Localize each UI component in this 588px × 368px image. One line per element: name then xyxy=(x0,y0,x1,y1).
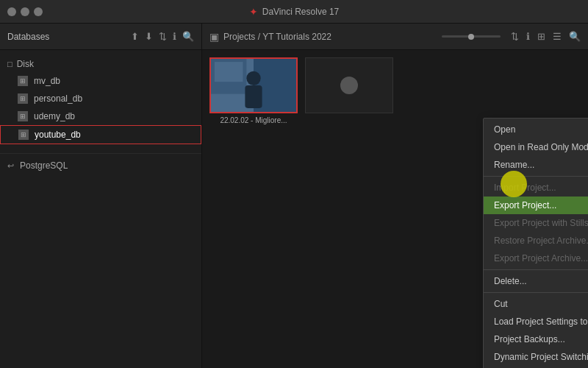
sidebar-icon-search[interactable]: 🔍 xyxy=(182,31,194,42)
ctx-cut[interactable]: Cut xyxy=(484,295,588,313)
ctx-export-archive[interactable]: Export Project Archive... xyxy=(484,250,588,267)
ctx-dynamic-switching[interactable]: Dynamic Project Switching xyxy=(484,348,588,366)
search-icon[interactable]: 🔍 xyxy=(569,31,581,42)
empty-circle xyxy=(340,77,358,94)
svg-rect-2 xyxy=(215,62,243,82)
sidebar-icon-download[interactable]: ⬇ xyxy=(145,31,153,42)
postgres-arrow-icon: ↩ xyxy=(7,161,14,171)
ctx-delete[interactable]: Delete... xyxy=(484,272,588,290)
main-layout: Databases ⬆ ⬇ ⇅ ℹ 🔍 □ Disk ⊞ mv_db ⊞ per… xyxy=(0,24,588,368)
zoom-slider[interactable] xyxy=(442,35,501,38)
project-card-1[interactable]: 22.02.02 - Migliore... xyxy=(209,57,298,124)
sidebar-header-icons: ⬆ ⬇ ⇅ ℹ 🔍 xyxy=(131,31,194,42)
zoom-slider-thumb xyxy=(468,34,474,40)
db-name-youtube-db: youtube_db xyxy=(35,130,81,140)
svg-point-4 xyxy=(246,71,260,85)
sidebar-icon-info[interactable]: ℹ xyxy=(173,31,176,42)
ctx-export-stills[interactable]: Export Project with Stills and LUTs... xyxy=(484,214,588,232)
db-icon-mv-db: ⊞ xyxy=(18,76,28,86)
sidebar: Databases ⬆ ⬇ ⇅ ℹ 🔍 □ Disk ⊞ mv_db ⊞ per… xyxy=(0,24,202,368)
list-icon[interactable]: ☰ xyxy=(553,31,562,42)
db-icon-personal-db: ⊞ xyxy=(18,93,28,104)
project-thumbnail-1 xyxy=(209,57,298,113)
content-header-icons: ⇅ ℹ ⊞ ☰ 🔍 xyxy=(439,31,581,42)
disk-label: Disk xyxy=(17,59,34,69)
close-btn[interactable] xyxy=(7,7,16,16)
ctx-export-project[interactable]: Export Project... xyxy=(484,197,588,214)
ctx-import-project[interactable]: Import Project... xyxy=(484,179,588,197)
sidebar-icon-sort[interactable]: ⇅ xyxy=(159,31,167,42)
app-title-text: DaVinci Resolve 17 xyxy=(262,7,340,17)
grid-icon[interactable]: ⊞ xyxy=(537,31,545,42)
disk-icon: □ xyxy=(7,60,12,68)
title-bar: ✦ DaVinci Resolve 17 xyxy=(0,0,588,24)
ctx-separator-1 xyxy=(484,176,588,177)
empty-card-inner xyxy=(306,58,392,113)
content-header: ▣ Projects / YT Tutorials 2022 ⇅ ℹ ⊞ ☰ 🔍 xyxy=(202,24,588,50)
app-logo-icon: ✦ xyxy=(249,6,258,18)
ctx-separator-2 xyxy=(484,269,588,270)
app-title: ✦ DaVinci Resolve 17 xyxy=(249,6,340,18)
sidebar-icon-upload[interactable]: ⬆ xyxy=(131,31,139,42)
minimize-btn[interactable] xyxy=(21,7,29,16)
breadcrumb: ▣ Projects / YT Tutorials 2022 xyxy=(209,31,331,43)
sidebar-title: Databases xyxy=(7,32,49,42)
thumbnail-svg-1 xyxy=(211,59,296,112)
ctx-project-backups[interactable]: Project Backups... xyxy=(484,330,588,348)
svg-rect-5 xyxy=(245,85,262,108)
db-name-mv-db: mv_db xyxy=(34,76,60,86)
ctx-open[interactable]: Open xyxy=(484,121,588,138)
ctx-restore-archive[interactable]: Restore Project Archive... xyxy=(484,232,588,250)
ctx-rename[interactable]: Rename... xyxy=(484,156,588,174)
db-icon-youtube-db: ⊞ xyxy=(18,130,29,140)
db-item-mv-db[interactable]: ⊞ mv_db xyxy=(0,72,201,90)
ctx-load-settings[interactable]: Load Project Settings to Current Project… xyxy=(484,313,588,330)
db-item-personal-db[interactable]: ⊞ personal_db xyxy=(0,90,201,107)
window-controls[interactable] xyxy=(7,7,43,16)
db-item-udemy-db[interactable]: ⊞ udemy_db xyxy=(0,107,201,125)
ctx-open-readonly[interactable]: Open in Read Only Mode xyxy=(484,138,588,156)
project-label-1: 22.02.02 - Migliore... xyxy=(209,116,298,124)
content-area: ▣ Projects / YT Tutorials 2022 ⇅ ℹ ⊞ ☰ 🔍 xyxy=(202,24,588,368)
db-item-youtube-db[interactable]: ⊞ youtube_db xyxy=(0,125,201,144)
db-name-personal-db: personal_db xyxy=(34,93,82,104)
project-card-2[interactable] xyxy=(305,57,393,124)
db-icon-udemy-db: ⊞ xyxy=(18,111,28,121)
info-icon[interactable]: ℹ xyxy=(526,31,530,42)
breadcrumb-icon: ▣ xyxy=(209,31,219,43)
disk-header: □ Disk xyxy=(0,56,201,72)
postgres-item[interactable]: ↩ PostgreSQL xyxy=(0,157,201,174)
sidebar-header: Databases ⬆ ⬇ ⇅ ℹ 🔍 xyxy=(0,24,201,50)
maximize-btn[interactable] xyxy=(34,7,43,16)
sidebar-divider xyxy=(0,153,201,154)
ctx-separator-3 xyxy=(484,292,588,293)
postgres-label: PostgreSQL xyxy=(20,160,68,171)
sort-icon[interactable]: ⇅ xyxy=(511,31,519,42)
thumbnail-img-1 xyxy=(211,59,296,112)
db-name-udemy-db: udemy_db xyxy=(34,111,75,121)
project-thumbnail-2 xyxy=(305,57,393,113)
breadcrumb-text: Projects / YT Tutorials 2022 xyxy=(223,32,331,42)
context-menu: Open Open in Read Only Mode Rename... Im… xyxy=(483,118,588,368)
disk-section: □ Disk ⊞ mv_db ⊞ personal_db ⊞ udemy_db … xyxy=(0,50,201,150)
